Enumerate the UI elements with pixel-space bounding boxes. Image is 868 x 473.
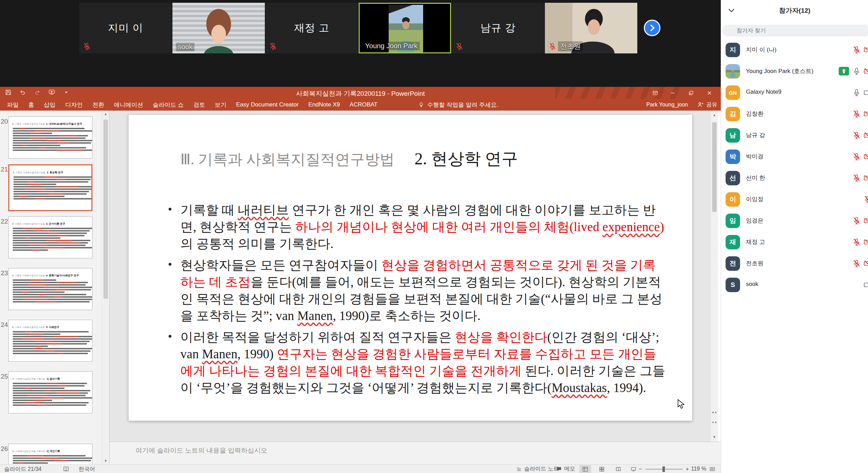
camera-icon bbox=[864, 89, 868, 97]
greek-text-line bbox=[13, 279, 56, 281]
participant-avatar: 남 bbox=[726, 128, 740, 143]
scroll-down-arrow[interactable]: ▼ bbox=[102, 457, 109, 464]
participant-row[interactable]: 재재정 고 bbox=[721, 232, 868, 253]
participant-row[interactable]: 지지미 이 (나) bbox=[721, 39, 868, 61]
proofing-book-icon[interactable] bbox=[63, 466, 70, 473]
reading-view-button[interactable] bbox=[612, 465, 624, 473]
tell-me-box[interactable]: 수행할 작업을 알려 주세요. bbox=[418, 99, 498, 111]
slide-text-segment: 내러티브 bbox=[238, 203, 289, 217]
slide-thumbnail-24[interactable]: Ⅲ. 기록과 사회복지질적연구방법5. 사례연구 bbox=[8, 320, 92, 362]
participant-row[interactable]: 김김창환 bbox=[721, 103, 868, 125]
muted-mic-icon bbox=[548, 42, 557, 51]
greek-text-line bbox=[13, 294, 86, 295]
zoom-in-button[interactable]: + bbox=[686, 466, 689, 473]
participant-row[interactable]: 선선미 한 bbox=[721, 167, 868, 189]
normal-view-button[interactable] bbox=[579, 465, 591, 473]
participant-avatar: 김 bbox=[726, 107, 740, 121]
participant-row[interactable]: GNGalaxy Note9 bbox=[721, 82, 868, 103]
restore-button[interactable] bbox=[683, 87, 699, 99]
participant-row[interactable]: 남남규 강 bbox=[721, 125, 868, 146]
slide-number-indicator[interactable]: 슬라이드 21/34 bbox=[4, 466, 41, 473]
name-tile-0[interactable]: 지미 이 bbox=[79, 3, 172, 53]
video-tile-1[interactable]: sook bbox=[172, 3, 265, 53]
ribbon-tab-2[interactable]: 삽입 bbox=[39, 99, 60, 111]
window-title: 사회복지실천과 기록20200119 - PowerPoint bbox=[296, 89, 425, 98]
slide-thumbnail-22[interactable]: Ⅲ. 기록과 사회복지질적연구방법3. 근거이론 연구 bbox=[8, 216, 92, 258]
next-slide-button[interactable]: ▼▼ bbox=[711, 421, 718, 430]
redo-icon[interactable] bbox=[34, 89, 41, 96]
ribbon-tab-8[interactable]: 보기 bbox=[210, 99, 231, 111]
camera-off-icon bbox=[864, 46, 868, 54]
minimize-button[interactable] bbox=[665, 87, 681, 99]
ribbon-tab-10[interactable]: EndNote X9 bbox=[303, 99, 345, 111]
scroll-down-arrow[interactable]: ▼ bbox=[711, 433, 718, 441]
ribbon-tab-1[interactable]: 홈 bbox=[23, 99, 39, 111]
ribbon-tab-7[interactable]: 검토 bbox=[189, 99, 210, 111]
thumbnail-number: 21 bbox=[1, 166, 8, 173]
thumbnail-title-section: Ⅳ. 사회복지실천단계별 기록내용 bbox=[12, 450, 45, 452]
participant-row[interactable]: 이이임정 bbox=[721, 189, 868, 210]
muted-mic-icon bbox=[864, 195, 868, 204]
notes-pane[interactable]: 여기에 슬라이드 노트의 내용을 입력하십시오 bbox=[110, 442, 721, 464]
close-button[interactable] bbox=[701, 87, 717, 99]
qat-dropdown-icon[interactable] bbox=[63, 89, 70, 96]
participant-search-input[interactable] bbox=[722, 25, 868, 37]
ribbon-tab-9[interactable]: Easy Document Creator bbox=[231, 99, 303, 111]
zoom-out-button[interactable]: − bbox=[639, 466, 642, 473]
notes-toggle-button[interactable]: 슬라이드 노트 bbox=[516, 465, 559, 473]
next-videos-button[interactable] bbox=[644, 20, 660, 36]
name-tile-4[interactable]: 남규 강 bbox=[452, 3, 544, 53]
ribbon-tab-0[interactable]: 파일 bbox=[2, 99, 23, 111]
slide-thumbnail-21[interactable]: Ⅲ. 기록과 사회복지질적연구방법2. 현상학 연구 bbox=[8, 164, 92, 211]
name-tile-2[interactable]: 재정 고 bbox=[266, 3, 358, 53]
muted-mic-icon bbox=[852, 174, 861, 182]
slide-scrollbar[interactable]: ▲ ▲▲ ▼▼ ▼ bbox=[710, 111, 718, 442]
participant-row[interactable]: Ssook bbox=[721, 274, 868, 296]
slide-sorter-view-button[interactable] bbox=[596, 465, 608, 473]
ribbon-tab-4[interactable]: 전환 bbox=[88, 99, 109, 111]
slide-thumbnail-20[interactable]: Ⅲ. 기록과 사회복지질적연구방법1. 내러티브/생애사/구술사 연구 bbox=[8, 116, 92, 158]
camera-off-icon bbox=[864, 153, 868, 161]
participant-row[interactable]: 전전초원 bbox=[721, 253, 868, 274]
ribbon-tab-6[interactable]: 슬라이드 쇼 bbox=[148, 99, 189, 111]
ribbon-tab-5[interactable]: 애니메이션 bbox=[109, 99, 148, 111]
participant-avatar: 재 bbox=[726, 235, 740, 249]
memo-bubble-icon bbox=[556, 466, 562, 472]
zoom-slider-thumb[interactable] bbox=[662, 466, 665, 472]
memo-toggle-button[interactable]: 메모 bbox=[556, 465, 575, 473]
slide-canvas[interactable]: Ⅲ. 기록과 사회복지질적연구방법 2. 현상학 연구 기록할 때 내러티브 연… bbox=[128, 114, 692, 421]
slide-editing-area: Ⅲ. 기록과 사회복지질적연구방법 2. 현상학 연구 기록할 때 내러티브 연… bbox=[110, 111, 710, 442]
fit-to-window-icon[interactable] bbox=[709, 466, 716, 473]
slide-thumbnail-23[interactable]: Ⅲ. 기록과 사회복지질적연구방법4. 문화기술지/사례연구 연구 bbox=[8, 268, 92, 310]
undo-icon[interactable] bbox=[19, 89, 26, 96]
share-button[interactable]: 공유 bbox=[697, 101, 717, 109]
ribbon-tab-3[interactable]: 디자인 bbox=[60, 99, 88, 111]
video-tile-3[interactable]: Young Joon Park bbox=[359, 3, 451, 53]
ppt-ribbon: 파일홈삽입디자인전환애니메이션슬라이드 쇼검토보기Easy Document C… bbox=[0, 99, 721, 111]
greek-text-line bbox=[13, 137, 86, 139]
scrollbar-thumb[interactable] bbox=[712, 122, 717, 212]
ribbon-tab-11[interactable]: ACROBAT bbox=[345, 99, 382, 111]
participant-row[interactable]: 임임경은 bbox=[721, 210, 868, 232]
account-name[interactable]: Park Young_joon bbox=[646, 102, 688, 108]
muted-mic-icon bbox=[852, 217, 861, 225]
slide-thumbnail-25[interactable]: Ⅳ. 사회복지실천단계별 기록내용1) 접수기록 bbox=[8, 371, 92, 413]
previous-slide-button[interactable]: ▲▲ bbox=[711, 410, 718, 419]
greek-text-line bbox=[13, 186, 92, 187]
scroll-up-arrow[interactable]: ▲ bbox=[102, 111, 109, 117]
start-slideshow-icon[interactable] bbox=[48, 89, 55, 96]
scroll-up-arrow[interactable]: ▲ bbox=[711, 111, 718, 119]
slideshow-view-button[interactable] bbox=[628, 465, 639, 473]
participant-row[interactable]: 박박미경 bbox=[721, 146, 868, 167]
slide-thumbnail-26[interactable]: Ⅳ. 사회복지실천단계별 기록내용2) 개인기록 bbox=[8, 444, 92, 464]
zoom-level[interactable]: 119 % bbox=[691, 466, 706, 472]
thumbnail-title-topic: 1. 내러티브/생애사/구술사 연구 bbox=[46, 122, 82, 125]
scrollbar-thumb[interactable] bbox=[103, 120, 108, 299]
video-tile-5[interactable]: 전초원 bbox=[545, 3, 637, 53]
thumbnail-scrollbar[interactable]: ▲ ▼ bbox=[102, 111, 109, 464]
participant-row[interactable]: Young Joon Park (호스트) bbox=[721, 61, 868, 82]
save-icon[interactable] bbox=[5, 89, 12, 96]
greek-text-line bbox=[13, 388, 64, 389]
ribbon-display-options-button[interactable] bbox=[647, 87, 663, 99]
language-indicator[interactable]: 한국어 bbox=[79, 466, 95, 473]
